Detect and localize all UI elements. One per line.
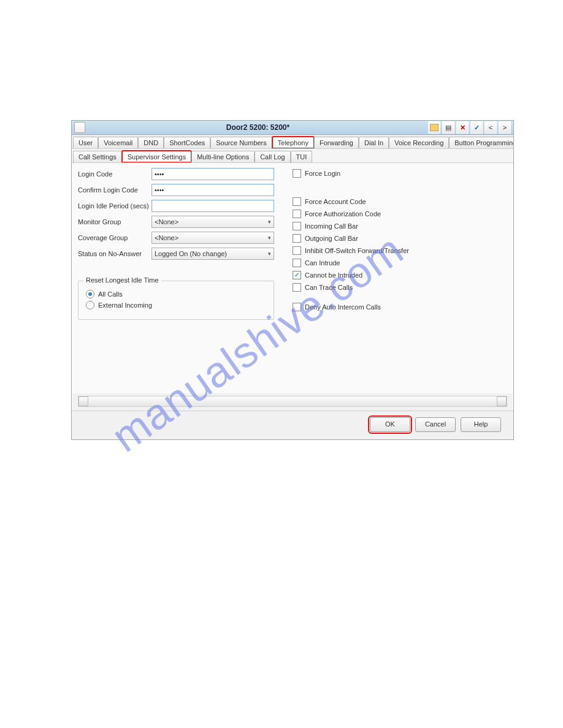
subtab-call-settings[interactable]: Call Settings bbox=[73, 151, 122, 162]
login-idle-row: Login Idle Period (secs) bbox=[78, 200, 274, 212]
cancel-button[interactable]: Cancel bbox=[415, 417, 456, 432]
login-idle-input[interactable] bbox=[151, 200, 274, 212]
inhibit-off-switch-row[interactable]: Inhibit Off-Switch Forward/Transfer bbox=[293, 246, 507, 255]
force-login-checkbox[interactable] bbox=[293, 169, 301, 178]
check-icon[interactable]: ✓ bbox=[470, 121, 483, 134]
can-trace-calls-checkbox[interactable] bbox=[293, 283, 301, 292]
main-tabs: User Voicemail DND ShortCodes Source Num… bbox=[72, 135, 513, 149]
inhibit-off-switch-label: Inhibit Off-Switch Forward/Transfer bbox=[305, 247, 409, 254]
force-auth-code-label: Force Authorization Code bbox=[305, 210, 381, 218]
incoming-call-bar-label: Incoming Call Bar bbox=[305, 222, 358, 230]
radio-all-calls-row[interactable]: All Calls bbox=[86, 290, 266, 298]
horizontal-scrollbar[interactable] bbox=[78, 396, 507, 407]
subtab-supervisor-settings[interactable]: Supervisor Settings bbox=[122, 151, 191, 162]
app-icon bbox=[74, 122, 85, 133]
reset-idle-group: Reset Longest Idle Time All Calls Extern… bbox=[78, 281, 274, 320]
tab-user[interactable]: User bbox=[73, 137, 98, 148]
login-code-row: Login Code •••• bbox=[78, 168, 274, 180]
force-account-code-row[interactable]: Force Account Code bbox=[293, 197, 507, 206]
radio-external-incoming[interactable] bbox=[86, 301, 94, 309]
inhibit-off-switch-checkbox[interactable] bbox=[293, 246, 301, 255]
outgoing-call-bar-label: Outgoing Call Bar bbox=[305, 235, 358, 242]
cannot-be-intruded-row[interactable]: Cannot be Intruded bbox=[293, 271, 507, 279]
cannot-be-intruded-checkbox[interactable] bbox=[293, 271, 301, 279]
left-column: Login Code •••• Confirm Login Code •••• … bbox=[78, 168, 274, 389]
login-code-input[interactable]: •••• bbox=[151, 168, 274, 180]
subtab-call-log[interactable]: Call Log bbox=[255, 151, 290, 162]
can-trace-calls-label: Can Trace Calls bbox=[305, 284, 353, 291]
sub-tabs: Call Settings Supervisor Settings Multi-… bbox=[72, 149, 513, 163]
tab-telephony[interactable]: Telephony bbox=[272, 137, 314, 148]
confirm-login-code-row: Confirm Login Code •••• bbox=[78, 184, 274, 196]
dialog-window: Door2 5200: 5200* ▤ ✕ ✓ < > User Voicema… bbox=[71, 120, 514, 440]
tab-dial-in[interactable]: Dial In bbox=[359, 137, 389, 148]
confirm-login-code-input[interactable]: •••• bbox=[151, 184, 274, 196]
close-icon[interactable]: ✕ bbox=[456, 121, 469, 134]
deny-auto-intercom-checkbox[interactable] bbox=[293, 303, 301, 311]
help-button[interactable]: Help bbox=[461, 417, 501, 432]
titlebar-actions: ▤ ✕ ✓ < > bbox=[428, 121, 513, 134]
tab-dnd[interactable]: DND bbox=[138, 137, 164, 148]
force-account-code-label: Force Account Code bbox=[305, 198, 366, 205]
prev-icon[interactable]: < bbox=[484, 121, 497, 134]
right-column: Force Login Force Account Code Force Aut… bbox=[293, 168, 507, 389]
confirm-login-code-label: Confirm Login Code bbox=[78, 186, 151, 194]
login-idle-label: Login Idle Period (secs) bbox=[78, 202, 151, 210]
doc-icon[interactable]: ▤ bbox=[442, 121, 454, 134]
tab-forwarding[interactable]: Forwarding bbox=[314, 137, 359, 148]
ok-button[interactable]: OK bbox=[370, 417, 410, 432]
cannot-be-intruded-label: Cannot be Intruded bbox=[305, 271, 362, 279]
titlebar: Door2 5200: 5200* ▤ ✕ ✓ < > bbox=[72, 121, 513, 135]
tab-voicemail[interactable]: Voicemail bbox=[98, 137, 138, 148]
tab-voice-recording[interactable]: Voice Recording bbox=[389, 137, 449, 148]
outgoing-call-bar-row[interactable]: Outgoing Call Bar bbox=[293, 234, 507, 243]
login-code-label: Login Code bbox=[78, 170, 151, 178]
radio-all-calls[interactable] bbox=[86, 290, 94, 298]
can-intrude-checkbox[interactable] bbox=[293, 259, 301, 267]
incoming-call-bar-checkbox[interactable] bbox=[293, 222, 301, 230]
can-intrude-row[interactable]: Can Intrude bbox=[293, 259, 507, 267]
next-icon[interactable]: > bbox=[499, 121, 511, 134]
window-title: Door2 5200: 5200* bbox=[88, 123, 428, 132]
outgoing-call-bar-checkbox[interactable] bbox=[293, 234, 301, 243]
monitor-group-select[interactable]: <None> bbox=[151, 216, 274, 228]
force-account-code-checkbox[interactable] bbox=[293, 197, 301, 206]
content-area: Login Code •••• Confirm Login Code •••• … bbox=[72, 163, 513, 393]
open-icon[interactable] bbox=[428, 121, 440, 134]
force-auth-code-checkbox[interactable] bbox=[293, 210, 301, 218]
radio-external-incoming-row[interactable]: External Incoming bbox=[86, 301, 266, 309]
tab-source-numbers[interactable]: Source Numbers bbox=[210, 137, 272, 148]
tab-shortcodes[interactable]: ShortCodes bbox=[164, 137, 210, 148]
force-auth-code-row[interactable]: Force Authorization Code bbox=[293, 210, 507, 218]
coverage-group-row: Coverage Group <None> bbox=[78, 232, 274, 244]
subtab-multi-line[interactable]: Multi-line Options bbox=[191, 151, 255, 162]
reset-idle-title: Reset Longest Idle Time bbox=[83, 276, 161, 284]
incoming-call-bar-row[interactable]: Incoming Call Bar bbox=[293, 222, 507, 230]
button-bar: OK Cancel Help bbox=[72, 411, 513, 439]
monitor-group-row: Monitor Group <None> bbox=[78, 216, 274, 228]
radio-all-calls-label: All Calls bbox=[98, 290, 123, 298]
coverage-group-label: Coverage Group bbox=[78, 234, 151, 241]
coverage-group-select[interactable]: <None> bbox=[151, 232, 274, 244]
can-trace-calls-row[interactable]: Can Trace Calls bbox=[293, 283, 507, 292]
status-no-answer-label: Status on No-Answer bbox=[78, 250, 151, 257]
subtab-tui[interactable]: TUI bbox=[291, 151, 313, 162]
radio-external-incoming-label: External Incoming bbox=[98, 301, 152, 309]
monitor-group-label: Monitor Group bbox=[78, 218, 151, 226]
force-login-label: Force Login bbox=[305, 170, 340, 177]
deny-auto-intercom-label: Deny Auto Intercom Calls bbox=[305, 303, 381, 311]
deny-auto-intercom-row[interactable]: Deny Auto Intercom Calls bbox=[293, 303, 507, 311]
can-intrude-label: Can Intrude bbox=[305, 259, 340, 267]
tab-button-programming[interactable]: Button Programming bbox=[449, 137, 513, 148]
force-login-row[interactable]: Force Login bbox=[293, 169, 507, 178]
status-no-answer-select[interactable]: Logged On (No change) bbox=[151, 248, 274, 260]
status-no-answer-row: Status on No-Answer Logged On (No change… bbox=[78, 248, 274, 260]
